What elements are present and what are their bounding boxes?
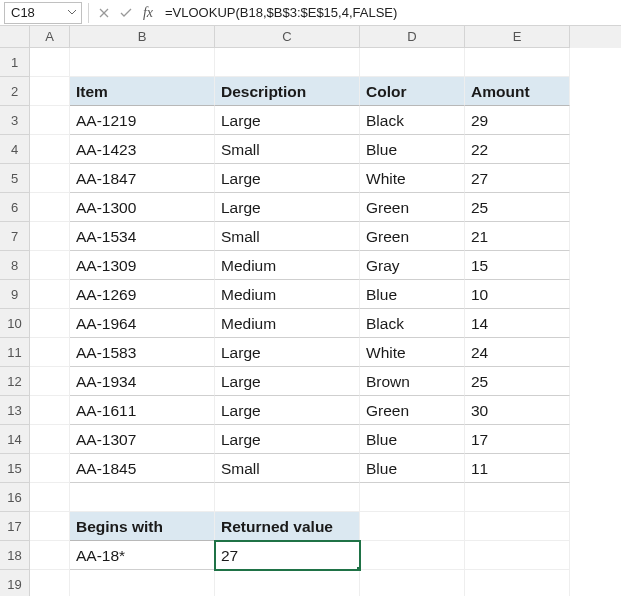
cell-C18[interactable]: 27 <box>215 541 360 570</box>
cell-A10[interactable] <box>30 309 70 338</box>
cell-E19[interactable] <box>465 570 570 596</box>
cell-D6[interactable]: Green <box>360 193 465 222</box>
cell-C15[interactable]: Small <box>215 454 360 483</box>
cell-E17[interactable] <box>465 512 570 541</box>
cell-D14[interactable]: Blue <box>360 425 465 454</box>
cell-A15[interactable] <box>30 454 70 483</box>
cell-A2[interactable] <box>30 77 70 106</box>
cell-B8[interactable]: AA-1309 <box>70 251 215 280</box>
cell-C19[interactable] <box>215 570 360 596</box>
cell-B5[interactable]: AA-1847 <box>70 164 215 193</box>
row-header-9[interactable]: 9 <box>0 280 30 309</box>
cell-A3[interactable] <box>30 106 70 135</box>
cell-A17[interactable] <box>30 512 70 541</box>
cell-A14[interactable] <box>30 425 70 454</box>
col-header-B[interactable]: B <box>70 26 215 48</box>
row-header-12[interactable]: 12 <box>0 367 30 396</box>
cell-D5[interactable]: White <box>360 164 465 193</box>
cell-C17[interactable]: Returned value <box>215 512 360 541</box>
name-box[interactable]: C18 <box>4 2 82 24</box>
cell-A7[interactable] <box>30 222 70 251</box>
row-header-17[interactable]: 17 <box>0 512 30 541</box>
cell-E8[interactable]: 15 <box>465 251 570 280</box>
cell-D19[interactable] <box>360 570 465 596</box>
cell-E3[interactable]: 29 <box>465 106 570 135</box>
cell-E7[interactable]: 21 <box>465 222 570 251</box>
cell-E6[interactable]: 25 <box>465 193 570 222</box>
cell-D3[interactable]: Black <box>360 106 465 135</box>
cell-B16[interactable] <box>70 483 215 512</box>
cell-B14[interactable]: AA-1307 <box>70 425 215 454</box>
cell-E18[interactable] <box>465 541 570 570</box>
cell-E10[interactable]: 14 <box>465 309 570 338</box>
row-header-13[interactable]: 13 <box>0 396 30 425</box>
cell-B12[interactable]: AA-1934 <box>70 367 215 396</box>
col-header-E[interactable]: E <box>465 26 570 48</box>
cell-E12[interactable]: 25 <box>465 367 570 396</box>
cell-A6[interactable] <box>30 193 70 222</box>
cell-D2[interactable]: Color <box>360 77 465 106</box>
row-header-4[interactable]: 4 <box>0 135 30 164</box>
cell-A18[interactable] <box>30 541 70 570</box>
cell-A9[interactable] <box>30 280 70 309</box>
name-box-dropdown-icon[interactable] <box>65 10 79 16</box>
cell-A13[interactable] <box>30 396 70 425</box>
row-header-3[interactable]: 3 <box>0 106 30 135</box>
cell-D9[interactable]: Blue <box>360 280 465 309</box>
cell-B13[interactable]: AA-1611 <box>70 396 215 425</box>
fill-handle[interactable] <box>356 566 360 570</box>
cell-E5[interactable]: 27 <box>465 164 570 193</box>
row-header-1[interactable]: 1 <box>0 48 30 77</box>
row-header-5[interactable]: 5 <box>0 164 30 193</box>
fx-icon[interactable]: fx <box>137 2 159 24</box>
cell-A19[interactable] <box>30 570 70 596</box>
cell-E15[interactable]: 11 <box>465 454 570 483</box>
cell-A5[interactable] <box>30 164 70 193</box>
cell-B6[interactable]: AA-1300 <box>70 193 215 222</box>
cell-E9[interactable]: 10 <box>465 280 570 309</box>
cell-D13[interactable]: Green <box>360 396 465 425</box>
cell-C5[interactable]: Large <box>215 164 360 193</box>
cell-C9[interactable]: Medium <box>215 280 360 309</box>
cell-B19[interactable] <box>70 570 215 596</box>
cell-C8[interactable]: Medium <box>215 251 360 280</box>
cell-D10[interactable]: Black <box>360 309 465 338</box>
cell-C14[interactable]: Large <box>215 425 360 454</box>
cell-E11[interactable]: 24 <box>465 338 570 367</box>
cell-C1[interactable] <box>215 48 360 77</box>
cell-E2[interactable]: Amount <box>465 77 570 106</box>
cell-A4[interactable] <box>30 135 70 164</box>
cell-D1[interactable] <box>360 48 465 77</box>
cell-D4[interactable]: Blue <box>360 135 465 164</box>
cell-A1[interactable] <box>30 48 70 77</box>
cell-B2[interactable]: Item <box>70 77 215 106</box>
cell-C4[interactable]: Small <box>215 135 360 164</box>
cell-C16[interactable] <box>215 483 360 512</box>
cell-A8[interactable] <box>30 251 70 280</box>
cell-B3[interactable]: AA-1219 <box>70 106 215 135</box>
cell-D15[interactable]: Blue <box>360 454 465 483</box>
enter-icon[interactable] <box>115 2 137 24</box>
select-all-corner[interactable] <box>0 26 30 48</box>
formula-input[interactable]: =VLOOKUP(B18,$B$3:$E$15,4,FALSE) <box>159 2 621 24</box>
row-header-15[interactable]: 15 <box>0 454 30 483</box>
cell-C12[interactable]: Large <box>215 367 360 396</box>
cell-E1[interactable] <box>465 48 570 77</box>
cell-A16[interactable] <box>30 483 70 512</box>
row-header-11[interactable]: 11 <box>0 338 30 367</box>
cell-C2[interactable]: Description <box>215 77 360 106</box>
cell-D17[interactable] <box>360 512 465 541</box>
col-header-C[interactable]: C <box>215 26 360 48</box>
cancel-icon[interactable] <box>93 2 115 24</box>
cell-E4[interactable]: 22 <box>465 135 570 164</box>
cell-B11[interactable]: AA-1583 <box>70 338 215 367</box>
cell-B7[interactable]: AA-1534 <box>70 222 215 251</box>
row-header-16[interactable]: 16 <box>0 483 30 512</box>
cell-C13[interactable]: Large <box>215 396 360 425</box>
row-header-8[interactable]: 8 <box>0 251 30 280</box>
cell-D11[interactable]: White <box>360 338 465 367</box>
cell-A11[interactable] <box>30 338 70 367</box>
cell-C3[interactable]: Large <box>215 106 360 135</box>
cell-C7[interactable]: Small <box>215 222 360 251</box>
row-header-10[interactable]: 10 <box>0 309 30 338</box>
